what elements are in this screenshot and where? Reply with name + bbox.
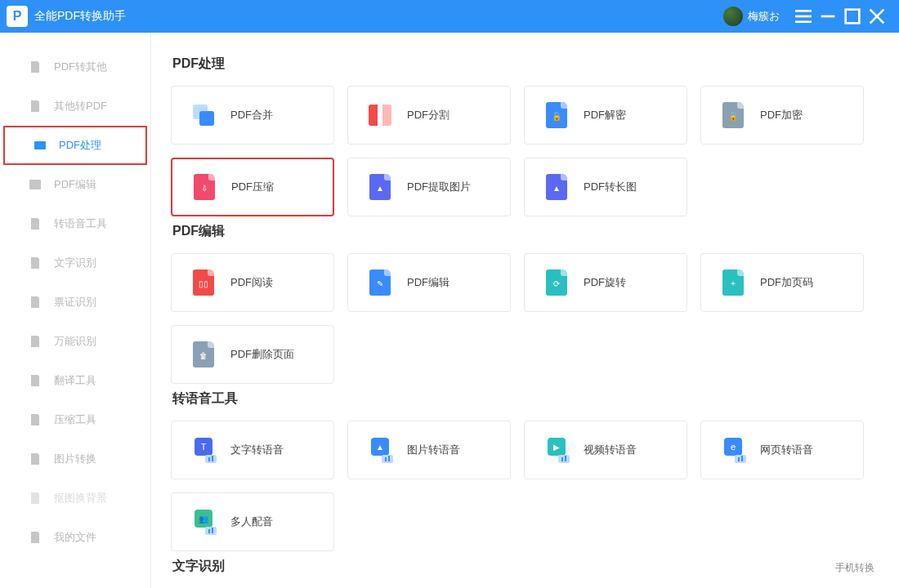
sidebar-item-image-convert[interactable]: 图片转换 [0, 439, 150, 479]
compress-icon [28, 412, 42, 427]
card-pdf-extract-img[interactable]: ▲PDF提取图片 [347, 158, 511, 216]
section-title: 转语音工具 [172, 390, 883, 408]
card-multi-voice[interactable]: 👥多人配音 [171, 492, 334, 551]
card-label: 网页转语音 [760, 443, 813, 457]
card-pdf-delete-page[interactable]: 🗑PDF删除页面 [171, 325, 334, 384]
section-title: 文字识别 [172, 558, 883, 575]
card-pdf-pagenum[interactable]: ＋PDF加页码 [700, 253, 864, 312]
edit-icon: ✎ [368, 268, 392, 297]
sidebar-item-label: 我的文件 [54, 530, 96, 545]
sidebar-item-translate[interactable]: 翻译工具 [0, 361, 150, 400]
menu-button[interactable] [791, 4, 816, 29]
card-pdf-to-longimg[interactable]: ▲PDF转长图 [524, 158, 687, 216]
lock-icon: 🔒 [721, 100, 745, 130]
cutout-icon [28, 491, 42, 506]
text-tts-icon: T [191, 435, 216, 465]
app-title: 全能PDF转换助手 [34, 9, 126, 24]
section-title: PDF编辑 [172, 223, 883, 240]
maximize-button[interactable] [840, 4, 865, 29]
card-text-tts[interactable]: T文字转语音 [171, 421, 334, 479]
card-label: PDF删除页面 [230, 347, 294, 362]
sidebar-item-ticket-ocr[interactable]: 票证识别 [0, 283, 150, 322]
section-title: PDF处理 [172, 56, 883, 73]
file-icon [28, 60, 42, 74]
card-pdf-rotate[interactable]: ⟳PDF旋转 [524, 253, 687, 312]
card-label: PDF阅读 [230, 275, 273, 290]
card-label: PDF提取图片 [407, 180, 471, 194]
card-label: PDF编辑 [407, 275, 450, 290]
card-pdf-compress[interactable]: ⇩PDF压缩 [171, 158, 334, 216]
username[interactable]: 梅簇お [748, 9, 780, 24]
sidebar-item-label: 万能识别 [54, 334, 96, 349]
audio-icon [28, 216, 42, 231]
card-pdf-split[interactable]: PDF分割 [347, 86, 511, 145]
pagenum-icon: ＋ [721, 268, 745, 297]
web-tts-icon: e [721, 435, 745, 465]
card-pdf-read[interactable]: ▯▯PDF阅读 [171, 253, 334, 312]
read-icon: ▯▯ [191, 268, 216, 297]
sidebar: PDF转其他 其他转PDF PDF处理 PDF编辑 转语音工具 文字识别 票证识… [0, 33, 151, 588]
sidebar-item-label: 票证识别 [54, 295, 96, 310]
card-label: 多人配音 [230, 514, 273, 529]
card-image-tts[interactable]: ▲图片转语音 [347, 421, 511, 479]
sidebar-item-label: 翻译工具 [54, 373, 96, 388]
card-label: 图片转语音 [407, 443, 460, 457]
sidebar-item-label: PDF编辑 [54, 177, 96, 192]
card-label: PDF压缩 [231, 180, 274, 194]
edit-icon [28, 177, 42, 192]
sidebar-item-label: 抠图换背景 [54, 491, 107, 506]
sidebar-item-pdf-edit[interactable]: PDF编辑 [0, 165, 150, 204]
process-icon [33, 138, 47, 153]
card-pdf-decrypt[interactable]: 🔓PDF解密 [524, 86, 687, 145]
delete-icon: 🗑 [191, 340, 216, 369]
multi-voice-icon: 👥 [191, 507, 216, 537]
card-web-tts[interactable]: e网页转语音 [700, 421, 864, 479]
sidebar-item-label: 转语音工具 [54, 216, 107, 231]
card-label: PDF转长图 [584, 180, 637, 194]
files-icon [28, 530, 42, 545]
sidebar-item-other-to-pdf[interactable]: 其他转PDF [0, 87, 150, 126]
sidebar-item-tts[interactable]: 转语音工具 [0, 204, 150, 243]
footer-link[interactable]: 手机转换 [835, 561, 874, 575]
avatar[interactable] [723, 7, 743, 26]
scan-icon [28, 334, 42, 349]
card-label: PDF分割 [407, 108, 450, 122]
card-row: ▯▯PDF阅读 ✎PDF编辑 ⟳PDF旋转 ＋PDF加页码 🗑PDF删除页面 [171, 253, 883, 384]
sidebar-item-compress[interactable]: 压缩工具 [0, 400, 150, 439]
close-button[interactable] [865, 4, 889, 29]
card-row: T文字转语音 ▲图片转语音 ▶视频转语音 e网页转语音 👥多人配音 [171, 421, 883, 551]
card-pdf-edit[interactable]: ✎PDF编辑 [347, 253, 511, 312]
sidebar-item-pdf-to-other[interactable]: PDF转其他 [0, 47, 150, 87]
image-icon [28, 452, 42, 466]
sidebar-item-label: PDF处理 [59, 138, 101, 153]
unlock-icon: 🔓 [544, 100, 569, 130]
sidebar-item-pdf-process[interactable]: PDF处理 [3, 126, 147, 165]
card-pdf-merge[interactable]: PDF合并 [171, 86, 334, 145]
card-row: PDF合并 PDF分割 🔓PDF解密 🔒PDF加密 ⇩PDF压缩 ▲PDF提取图… [171, 86, 883, 216]
card-label: PDF加密 [760, 108, 803, 122]
card-label: 文字转语音 [230, 443, 284, 457]
sidebar-item-label: 文字识别 [54, 256, 96, 270]
image-icon: ▲ [368, 172, 392, 202]
sidebar-item-label: PDF转其他 [54, 60, 107, 74]
minimize-button[interactable] [816, 4, 840, 29]
sidebar-item-my-files[interactable]: 我的文件 [0, 518, 150, 557]
main-content: PDF处理 PDF合并 PDF分割 🔓PDF解密 🔒PDF加密 ⇩PDF压缩 ▲… [151, 33, 899, 588]
sidebar-item-universal-ocr[interactable]: 万能识别 [0, 322, 150, 361]
card-video-tts[interactable]: ▶视频转语音 [524, 421, 687, 479]
sidebar-item-ocr[interactable]: 文字识别 [0, 243, 150, 283]
rotate-icon: ⟳ [544, 268, 569, 297]
svg-rect-8 [29, 180, 41, 189]
ticket-icon [28, 295, 42, 310]
ocr-icon [28, 256, 42, 270]
card-label: PDF加页码 [760, 275, 813, 290]
card-label: PDF合并 [230, 108, 273, 122]
sidebar-item-cutout[interactable]: 抠图换背景 [0, 479, 150, 518]
app-logo: P [7, 6, 28, 27]
video-tts-icon: ▶ [544, 435, 569, 465]
svg-rect-4 [846, 10, 860, 24]
image-tts-icon: ▲ [368, 435, 392, 465]
card-pdf-encrypt[interactable]: 🔒PDF加密 [700, 86, 864, 145]
compress-icon: ⇩ [192, 172, 217, 202]
card-label: 视频转语音 [584, 443, 637, 457]
